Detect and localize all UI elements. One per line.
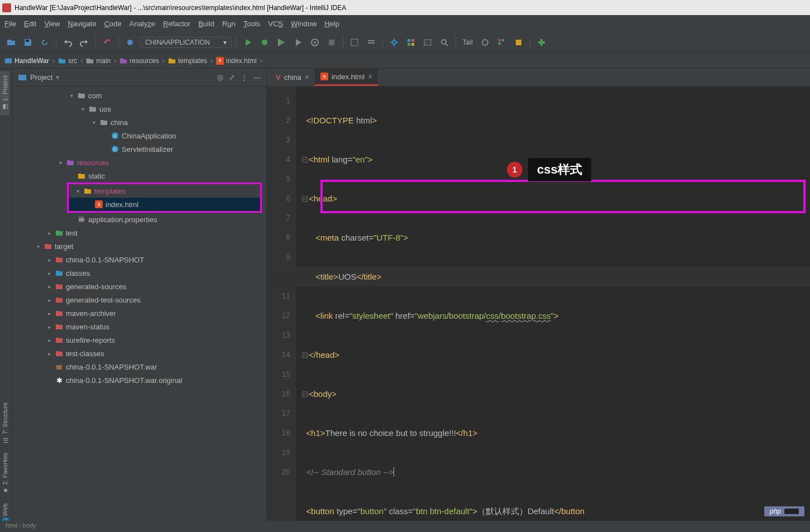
- target-icon[interactable]: ◎: [217, 73, 223, 82]
- left-tool-tabs: ◨1: Project ☰7: Structure ★2: Favorites …: [0, 69, 12, 532]
- menu-code[interactable]: Code: [104, 20, 122, 28]
- menu-tools[interactable]: Tools: [243, 20, 260, 28]
- tab-index[interactable]: 5index.html×: [315, 69, 378, 86]
- profile-icon[interactable]: [291, 36, 305, 49]
- chevron-down-icon[interactable]: ▾: [56, 73, 60, 82]
- tree-warorig[interactable]: ✱china-0.0.1-SNAPSHOT.war.original: [12, 373, 266, 387]
- plugin-icon[interactable]: [535, 36, 548, 49]
- menu-vcs[interactable]: VCS: [268, 20, 283, 28]
- run-config-dropdown[interactable]: CHINAAPPLICATION ▾: [140, 37, 232, 48]
- menu-help[interactable]: Help: [324, 20, 339, 28]
- tree-mvnstat[interactable]: ▸maven-status: [12, 320, 266, 333]
- coverage-icon[interactable]: [275, 36, 288, 49]
- run-target-icon[interactable]: [308, 36, 322, 49]
- collapse-icon[interactable]: ⤢: [229, 73, 235, 82]
- tail-refresh-icon[interactable]: [478, 36, 492, 49]
- save-icon[interactable]: [21, 36, 35, 49]
- run-config-label: CHINAAPPLICATION: [145, 39, 210, 46]
- close-icon[interactable]: ×: [368, 72, 372, 81]
- tool2-icon[interactable]: [348, 36, 361, 49]
- svg-point-1: [127, 40, 133, 45]
- tree-war[interactable]: china-0.0.1-SNAPSHOT.war: [12, 360, 266, 373]
- tree-com[interactable]: ▾com: [12, 89, 266, 102]
- svg-rect-3: [278, 39, 280, 46]
- terminal-icon[interactable]: [421, 36, 434, 49]
- tool3-icon[interactable]: [365, 36, 378, 49]
- side-tab-project[interactable]: ◨1: Project: [0, 71, 9, 115]
- menubar: File Edit View Navigate Code Analyze Ref…: [0, 15, 810, 32]
- tab-china[interactable]: Vchina×: [270, 69, 315, 86]
- refresh-icon[interactable]: [38, 36, 51, 49]
- tree-indexhtml[interactable]: 5index.html: [69, 198, 260, 211]
- tail-grid-icon[interactable]: [495, 36, 509, 49]
- toolbar: CHINAAPPLICATION ▾ Tail: [0, 32, 810, 53]
- gear-icon[interactable]: [387, 36, 401, 49]
- options-icon[interactable]: ⋮: [241, 73, 248, 82]
- bc-resources[interactable]: resources: [119, 57, 159, 65]
- undo-icon[interactable]: [61, 36, 74, 49]
- tail-label[interactable]: Tail: [461, 39, 475, 46]
- open-icon[interactable]: [4, 36, 18, 49]
- tree-static[interactable]: static: [12, 169, 266, 183]
- minimize-icon[interactable]: —: [253, 73, 261, 82]
- tree-gentest[interactable]: ▸generated-test-sources: [12, 293, 266, 306]
- editor-tabs: Vchina× 5index.html×: [267, 69, 810, 87]
- svg-rect-18: [499, 42, 501, 45]
- project-tree[interactable]: ▾com ▾uos ▾china CChinaApplication CServ…: [12, 87, 266, 532]
- menu-window[interactable]: Window: [291, 20, 317, 28]
- bc-src[interactable]: src: [58, 57, 77, 65]
- tree-uos[interactable]: ▾uos: [12, 102, 266, 116]
- side-tab-structure[interactable]: ☰7: Structure: [0, 398, 9, 448]
- tree-gensrc[interactable]: ▸generated-sources: [12, 280, 266, 293]
- project-icon: [18, 73, 27, 82]
- svg-rect-6: [329, 40, 334, 45]
- svg-rect-16: [499, 39, 501, 41]
- menu-file[interactable]: File: [4, 20, 16, 28]
- project-header: Project ▾ ◎ ⤢ ⋮ —: [12, 69, 266, 87]
- bc-templates[interactable]: templates: [168, 57, 207, 65]
- titlebar: HandleWar [E:\JavaProject\HandleWar] - .…: [0, 0, 810, 15]
- menu-edit[interactable]: Edit: [24, 20, 36, 28]
- menu-analyze[interactable]: Analyze: [130, 20, 155, 28]
- svg-point-14: [442, 40, 446, 44]
- tool-icon[interactable]: [100, 36, 114, 49]
- gutter[interactable]: 1234567891011121314151617181920: [267, 87, 296, 532]
- tail-tool-icon[interactable]: [512, 36, 525, 49]
- tree-classes[interactable]: ▸classes: [12, 266, 266, 280]
- code-content[interactable]: <!DOCTYPE html> ⊟<html lang="en"> ⊟<head…: [296, 87, 810, 532]
- editor-area: Vchina× 5index.html× 1234567891011121314…: [267, 69, 810, 532]
- tree-appprops[interactable]: </>application.properties: [12, 213, 266, 226]
- project-title[interactable]: Project: [30, 73, 52, 82]
- run-icon[interactable]: [241, 36, 255, 49]
- menu-run[interactable]: Run: [222, 20, 236, 28]
- tree-snapshot[interactable]: ▸china-0.0.1-SNAPSHOT: [12, 253, 266, 266]
- tree-servlet[interactable]: CServletInitializer: [12, 142, 266, 156]
- tree-target[interactable]: ▾target: [12, 239, 266, 253]
- tree-surefire[interactable]: ▸surefire-reports: [12, 333, 266, 347]
- tree-mvnarch[interactable]: ▸maven-archiver: [12, 306, 266, 320]
- tree-templates[interactable]: ▾templates: [69, 184, 260, 198]
- tree-testclasses[interactable]: ▸test-classes: [12, 347, 266, 360]
- grid-icon[interactable]: [404, 36, 418, 49]
- tree-test[interactable]: ▸test: [12, 226, 266, 239]
- menu-build[interactable]: Build: [198, 20, 214, 28]
- code-editor[interactable]: 1234567891011121314151617181920 <!DOCTYP…: [267, 87, 810, 532]
- breadcrumb: HandleWar› src› main› resources› templat…: [0, 53, 810, 69]
- tree-china[interactable]: ▾china: [12, 116, 266, 129]
- bc-indexhtml[interactable]: 5index.html: [216, 57, 257, 65]
- menu-view[interactable]: View: [44, 20, 60, 28]
- bc-main[interactable]: main: [86, 57, 111, 65]
- tree-resources[interactable]: ▾resources: [12, 156, 266, 169]
- debug-icon[interactable]: [258, 36, 271, 49]
- bc-handlewar[interactable]: HandleWar: [4, 57, 49, 65]
- menu-navigate[interactable]: Navigate: [68, 20, 96, 28]
- search-icon[interactable]: [438, 36, 451, 49]
- svg-rect-9: [408, 39, 410, 42]
- close-icon[interactable]: ×: [305, 73, 309, 82]
- stop-icon[interactable]: [325, 36, 338, 49]
- tree-chinaapp[interactable]: CChinaApplication: [12, 129, 266, 142]
- side-tab-favorites[interactable]: ★2: Favorites: [0, 448, 9, 499]
- menu-refactor[interactable]: Refactor: [163, 20, 190, 28]
- class-select-icon[interactable]: [123, 36, 137, 49]
- redo-icon[interactable]: [78, 36, 91, 49]
